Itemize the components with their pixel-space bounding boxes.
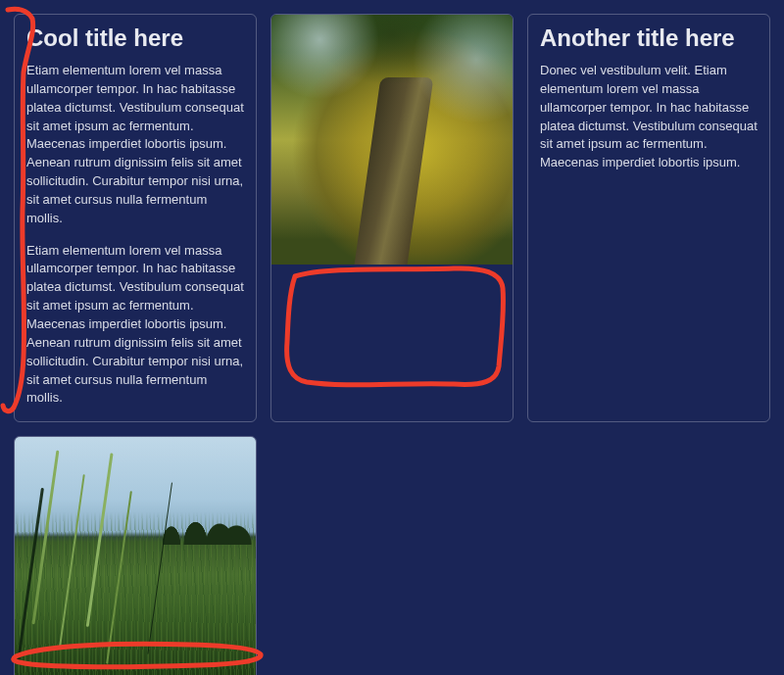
card-title: Cool title here <box>26 24 244 52</box>
card-grid: Cool title here Etiam elementum lorem ve… <box>0 0 784 675</box>
card-4 <box>14 436 257 675</box>
tree-image <box>271 15 513 265</box>
card-2-blank-area <box>271 265 513 411</box>
card-2 <box>270 14 514 422</box>
card-1: Cool title here Etiam elementum lorem ve… <box>14 14 257 422</box>
grass-image <box>15 437 256 675</box>
card-paragraph: Donec vel vestibulum velit. Etiam elemen… <box>540 62 758 172</box>
card-paragraph: Etiam elementum lorem vel massa ullamcor… <box>26 62 244 228</box>
trees-silhouette <box>15 507 256 545</box>
card-paragraph: Etiam elementum lorem vel massa ullamcor… <box>26 242 244 409</box>
card-title: Another title here <box>540 24 758 52</box>
card-body: Donec vel vestibulum velit. Etiam elemen… <box>540 62 758 172</box>
card-body: Etiam elementum lorem vel massa ullamcor… <box>26 62 244 408</box>
card-3: Another title here Donec vel vestibulum … <box>527 14 770 422</box>
